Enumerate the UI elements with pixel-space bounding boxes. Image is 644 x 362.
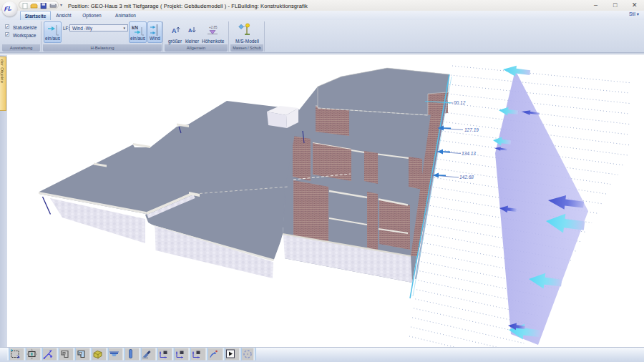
svg-text:142.68: 142.68 xyxy=(459,175,474,180)
svg-text:00.12: 00.12 xyxy=(454,100,466,105)
svg-text:134.13: 134.13 xyxy=(462,151,476,156)
svg-text:127.19: 127.19 xyxy=(464,127,479,132)
